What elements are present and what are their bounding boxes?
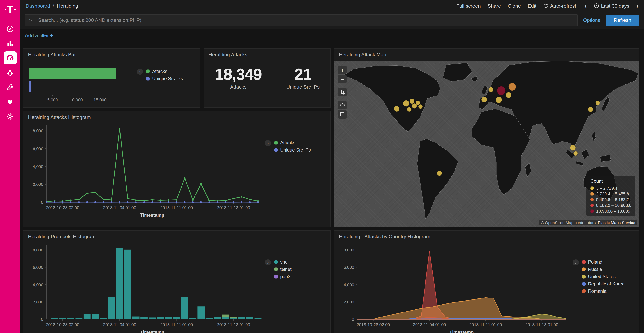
bar-vnc (140, 317, 148, 319)
bar-vnc (84, 314, 91, 319)
sidebar-item-dev-tools[interactable] (4, 81, 17, 94)
bar-vnc (116, 248, 123, 319)
time-range-next-button[interactable]: › (636, 2, 639, 10)
legend-collapse-icon[interactable]: › (573, 259, 579, 265)
clone-button[interactable]: Clone (508, 3, 521, 9)
attack-location-marker[interactable] (403, 100, 409, 107)
svg-text:2018-11-18 01:00: 2018-11-18 01:00 (525, 322, 558, 327)
polygon-draw-tool-button[interactable] (338, 101, 346, 109)
time-range-prev-button[interactable]: ‹ (584, 2, 587, 10)
hbar-attacks[interactable] (29, 68, 116, 79)
share-button[interactable]: Share (488, 3, 501, 9)
svg-text:2,000: 2,000 (33, 182, 43, 187)
attack-location-marker[interactable] (496, 97, 502, 103)
wrench-icon (6, 83, 14, 91)
legend-item[interactable]: Attacks (274, 140, 311, 145)
edit-button[interactable]: Edit (528, 3, 536, 9)
attack-location-marker[interactable] (394, 106, 400, 112)
options-link[interactable]: Options (583, 17, 600, 23)
svg-text:2018-10-28 02:00: 2018-10-28 02:00 (357, 322, 390, 327)
s idebar-item-dashboard-active[interactable] (4, 51, 17, 65)
attack-location-marker[interactable] (482, 97, 487, 102)
attack-location-marker[interactable] (508, 83, 516, 91)
crop-filter-tool-button[interactable] (338, 88, 346, 96)
sidebar-item-monitoring[interactable] (4, 95, 17, 108)
attack-location-marker[interactable] (596, 101, 600, 105)
attack-location-marker[interactable] (416, 101, 420, 105)
attack-location-marker[interactable] (437, 171, 442, 176)
add-filter-link[interactable]: Add a filter+ (25, 33, 53, 38)
legend-collapse-icon[interactable]: › (265, 259, 271, 265)
country-histogram-chart[interactable]: 02,0004,0006,0008,0002018-10-28 02:00201… (336, 241, 570, 333)
svg-text:2,000: 2,000 (344, 300, 354, 304)
refresh-button[interactable]: Refresh (606, 15, 640, 26)
search-input[interactable]: >_ Search... (e.g. status:200 AND extens… (25, 14, 578, 26)
svg-text:8,000: 8,000 (33, 129, 43, 133)
attack-location-marker[interactable] (588, 107, 593, 112)
bar-vnc (92, 314, 99, 319)
time-range-picker[interactable]: Last 30 days (594, 3, 629, 9)
auto-refresh-button[interactable]: Auto-refresh (543, 3, 578, 9)
full-screen-button[interactable]: Full screen (456, 3, 481, 9)
legend-color-dot (590, 209, 594, 213)
attacks-histogram-chart[interactable]: 02,0004,0006,0008,0002018-10-28 02:00201… (25, 122, 262, 220)
bar-vnc (149, 317, 156, 319)
legend-label: 10,908.6 – 13,635 (596, 209, 630, 213)
bar-vnc (157, 317, 164, 319)
legend-item[interactable]: Republic of Korea (582, 281, 625, 286)
svg-text:0: 0 (41, 317, 43, 322)
bar-vnc (124, 249, 131, 319)
legend-item[interactable]: telnet (274, 267, 292, 272)
attack-location-marker[interactable] (506, 92, 511, 98)
legend-item[interactable]: Unique Src IPs (146, 76, 183, 81)
svg-text:2,000: 2,000 (33, 300, 43, 304)
attack-location-marker[interactable] (418, 104, 423, 109)
legend-item[interactable]: Unique Src IPs (274, 147, 311, 153)
attack-location-marker[interactable] (488, 87, 493, 92)
attack-location-marker[interactable] (407, 107, 411, 112)
svg-text:2018-11-18 01:00: 2018-11-18 01:00 (217, 205, 250, 210)
rectangle-draw-tool-button[interactable] (338, 110, 346, 119)
attack-location-marker[interactable] (570, 145, 576, 151)
legend-label: Unique Src IPs (280, 147, 311, 153)
legend-collapse-icon[interactable]: › (137, 69, 143, 75)
zoom-in-button[interactable]: + (338, 66, 346, 74)
legend-label: United States (588, 274, 616, 279)
attacks-bar-chart[interactable]: 5,00010,00015,000 (26, 66, 135, 104)
legend-item[interactable]: Attacks (146, 69, 183, 74)
world-map[interactable]: + − Count 3 – 2,729.42,729.4 – 5,455.85,… (334, 61, 639, 227)
bar-vnc (100, 318, 107, 319)
sidebar-item-bug[interactable] (4, 66, 17, 79)
breadcrumb: Dashboard / Heralding (26, 3, 78, 9)
attack-location-marker[interactable] (497, 86, 506, 95)
breadcrumb-dashboard-link[interactable]: Dashboard (26, 3, 50, 9)
panel-heralding-attacks-metric: Heralding Attacks 18,349 Attacks 21 Uniq… (204, 48, 331, 108)
plus-icon: + (50, 32, 53, 38)
bar-vnc (75, 318, 82, 319)
logo-dot (4, 9, 6, 10)
bar-telnet (222, 314, 229, 317)
legend-collapse-icon[interactable]: › (265, 140, 271, 146)
protocols-histogram-chart[interactable]: 02,0004,0006,0008,0002018-10-28 02:00201… (25, 241, 262, 333)
legend-item[interactable]: United States (582, 274, 625, 279)
sidebar-item-visualize[interactable] (4, 37, 17, 50)
legend-item[interactable]: Russia (582, 267, 625, 272)
zoom-out-button[interactable]: − (338, 75, 346, 83)
legend-item[interactable]: pop3 (274, 274, 292, 279)
svg-text:0: 0 (352, 317, 354, 322)
attack-location-marker[interactable] (410, 99, 414, 104)
legend-item[interactable]: vnc (274, 259, 292, 265)
legend-label: Romania (588, 288, 606, 294)
sidebar-item-discover[interactable] (4, 22, 17, 35)
legend-item[interactable]: Romania (582, 288, 625, 294)
hbar-unique-src-ips[interactable] (29, 81, 31, 92)
bar-vnc (238, 317, 245, 319)
svg-text:4,000: 4,000 (344, 282, 354, 287)
svg-text:2018-10-28 02:00: 2018-10-28 02:00 (46, 205, 79, 210)
sidebar-item-management[interactable] (4, 110, 17, 123)
heartbeat-icon (6, 98, 14, 106)
metric-group: 18,349 Attacks 21 Unique Src IPs (204, 65, 330, 90)
legend-item[interactable]: Poland (582, 259, 625, 265)
attack-location-marker[interactable] (574, 151, 578, 156)
telekom-logo[interactable]: T (4, 5, 16, 15)
